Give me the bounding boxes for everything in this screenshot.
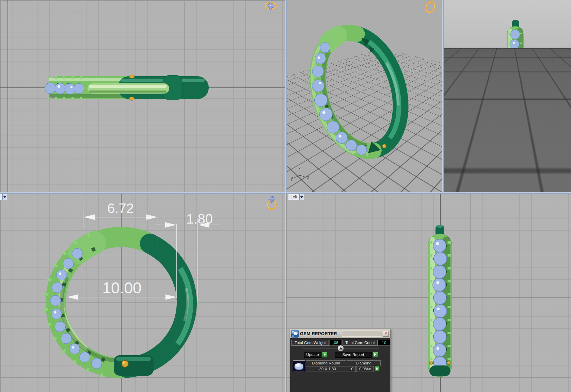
viewport-title-label: er xyxy=(0,194,2,200)
play-icon xyxy=(324,353,326,356)
application-window: z y x xyxy=(0,0,571,392)
dimension-top-span: 6.72 xyxy=(107,201,134,216)
ring-edge-model[interactable] xyxy=(501,20,530,148)
gold-pin xyxy=(129,97,134,100)
axis-label-y: y xyxy=(291,176,293,181)
ring-left-edge-model[interactable] xyxy=(428,225,452,377)
viewport-top-ortho[interactable] xyxy=(0,0,285,192)
hinge-sleeve xyxy=(327,35,339,43)
viewport-render-right[interactable]: z y x xyxy=(443,0,571,192)
gem-row-total-weight: 0,08tw xyxy=(356,366,374,372)
save-report-button[interactable]: Save Report xyxy=(335,352,372,358)
gem-thumbnail-image xyxy=(293,361,305,372)
panel-collapse-knob[interactable] xyxy=(337,345,344,352)
axis-triad xyxy=(294,170,306,178)
gold-pin xyxy=(508,138,510,140)
axis-label-z: z xyxy=(299,165,301,170)
gold-pin xyxy=(129,75,134,78)
play-icon xyxy=(376,368,378,370)
dimension-inner-diameter: 10.00 xyxy=(102,279,141,297)
perspective-canvas: z y x xyxy=(287,0,442,192)
gold-pin xyxy=(429,361,433,364)
update-button[interactable]: Update xyxy=(304,352,321,358)
gold-pin xyxy=(122,360,128,367)
titlebar-strip xyxy=(342,331,382,337)
edge-view-gems xyxy=(510,30,520,138)
gem-reporter-icon xyxy=(291,330,299,338)
chevron-up-icon xyxy=(339,347,343,349)
viewport-title-label: Left xyxy=(288,194,299,200)
gem-row-material: Diamond xyxy=(347,360,381,366)
chevron-down-icon[interactable] xyxy=(2,194,7,200)
update-run-button[interactable] xyxy=(322,352,328,357)
total-gem-count-label: Total Gem Count xyxy=(343,340,378,346)
ring-front-model[interactable] xyxy=(46,231,190,376)
gem-row-size: 1,30 X 1,30 xyxy=(306,366,346,372)
front-view-canvas: 6.72 1.80 10.00 xyxy=(0,194,285,392)
viewport-perspective[interactable]: z y x xyxy=(286,0,442,192)
gold-pin xyxy=(520,138,522,140)
total-gem-count-value[interactable]: 10 xyxy=(378,340,390,346)
viewport-title-dropdown[interactable]: Left xyxy=(288,194,304,200)
save-report-run-button[interactable] xyxy=(372,352,378,357)
gem-thumbnail[interactable] xyxy=(293,360,305,372)
total-gem-weight-label: Total Gem Weight xyxy=(291,340,329,346)
viewport-front-ortho[interactable]: 6.72 1.80 10.00 er xyxy=(0,193,285,392)
gem-row-detail-button[interactable] xyxy=(375,366,380,371)
axis-label-x: x xyxy=(307,175,309,180)
dialog-titlebar[interactable]: GEM REPORTER × xyxy=(290,329,390,338)
gem-row-shape: Diamond Round xyxy=(306,360,346,366)
ring-perspective-icon xyxy=(423,1,438,14)
ring-top-view-icon xyxy=(263,1,278,11)
close-icon[interactable]: × xyxy=(383,331,389,337)
gold-pin xyxy=(447,361,450,364)
gem-reporter-dialog: GEM REPORTER × Total Gem Weight ,08 Tota… xyxy=(290,329,391,392)
axis-label-z: z xyxy=(456,165,458,170)
play-icon xyxy=(374,353,376,356)
dimension-tube-thickness: 1.80 xyxy=(186,211,213,226)
axis-label-y: y xyxy=(448,176,450,181)
right-render-canvas: z y x xyxy=(444,0,571,192)
ring-side-model[interactable] xyxy=(45,75,209,100)
ring-front-view-icon xyxy=(266,195,279,211)
axis-label-x: x xyxy=(464,175,466,180)
ring-perspective-model[interactable] xyxy=(298,21,415,164)
side-view-canvas xyxy=(0,0,285,192)
dialog-title: GEM REPORTER xyxy=(300,331,337,336)
axis-triad xyxy=(451,170,463,178)
viewport-title-dropdown[interactable]: er xyxy=(0,194,7,200)
gem-row-count: 10 xyxy=(347,366,356,372)
chevron-down-icon[interactable] xyxy=(299,194,304,200)
